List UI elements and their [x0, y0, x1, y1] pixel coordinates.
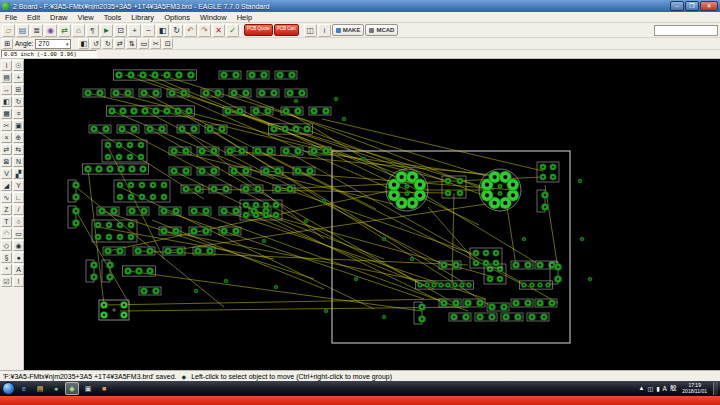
taskbar-item-browser[interactable]: e: [17, 382, 31, 395]
run-ulp-icon[interactable]: ►: [100, 24, 113, 37]
zoom-fit-icon[interactable]: ⊡: [114, 24, 127, 37]
tool-mirror[interactable]: ◧: [1, 96, 12, 107]
open-icon[interactable]: ▱: [2, 24, 15, 37]
tool-rect[interactable]: ▭: [13, 228, 24, 239]
tool-via[interactable]: ◉: [13, 240, 24, 251]
zoom-select-icon[interactable]: ◧: [156, 24, 169, 37]
hidden-icons[interactable]: ▲: [639, 385, 645, 392]
taskbar-item-editor[interactable]: ▣: [81, 382, 95, 395]
volume-icon[interactable]: ◫: [648, 385, 654, 392]
board-canvas-area[interactable]: [24, 59, 720, 370]
angle-combo[interactable]: 270 ▾: [35, 39, 71, 49]
taskbar-clock[interactable]: 17:19 2018/11/01: [679, 383, 710, 394]
tool-ratsnest[interactable]: *: [1, 264, 12, 275]
cam-processor-icon[interactable]: ◉: [44, 24, 57, 37]
info-icon[interactable]: i: [318, 24, 331, 37]
taskbar-item-media[interactable]: ●: [49, 382, 63, 395]
fit-icon[interactable]: ⊡: [162, 38, 173, 49]
tool-wire[interactable]: /: [13, 204, 24, 215]
tool-signal[interactable]: §: [1, 252, 12, 263]
search-input[interactable]: [654, 25, 718, 36]
tool-rotate[interactable]: ↻: [13, 96, 24, 107]
tool-cut[interactable]: ✂: [1, 120, 12, 131]
swap-horizontal-icon[interactable]: ⇄: [114, 38, 125, 49]
tool-pinswap[interactable]: ⇄: [1, 144, 12, 155]
tool-show[interactable]: ☉: [13, 60, 24, 71]
tool-copy[interactable]: ⊞: [13, 84, 24, 95]
tool-split[interactable]: Y: [13, 180, 24, 191]
tool-route[interactable]: ∟: [13, 192, 24, 203]
ime-conversion-indicator[interactable]: 般: [670, 384, 677, 393]
tool-delete[interactable]: ×: [1, 132, 12, 143]
tool-group[interactable]: ▦: [1, 108, 12, 119]
element14-cart-button[interactable]: PCB Cart: [274, 24, 299, 36]
tool-name[interactable]: N: [13, 156, 24, 167]
tool-lock[interactable]: ⊠: [1, 156, 12, 167]
tool-text[interactable]: T: [1, 216, 12, 227]
tool-display[interactable]: ▤: [1, 72, 12, 83]
trim-icon[interactable]: ✂: [150, 38, 161, 49]
rect-mode-icon[interactable]: ▭: [138, 38, 149, 49]
zoom-out-icon[interactable]: −: [142, 24, 155, 37]
go-icon[interactable]: ✓: [226, 24, 239, 37]
tool-info[interactable]: i: [1, 60, 12, 71]
element14-quote-button[interactable]: PCB Quote: [244, 24, 273, 36]
redraw-icon[interactable]: ↻: [170, 24, 183, 37]
tool-replace[interactable]: ⇆: [13, 144, 24, 155]
menu-window[interactable]: Window: [195, 12, 232, 22]
show-desktop-button[interactable]: [713, 382, 718, 395]
tool-change[interactable]: ≡: [13, 108, 24, 119]
use-library-icon[interactable]: ⌂: [72, 24, 85, 37]
menu-edit[interactable]: Edit: [22, 12, 45, 22]
tool-drc[interactable]: ☑: [1, 276, 12, 287]
rotate-ccw-icon[interactable]: ↺: [90, 38, 101, 49]
undo-icon[interactable]: ↶: [184, 24, 197, 37]
start-button[interactable]: [2, 382, 15, 395]
ime-mode-indicator[interactable]: A: [663, 385, 667, 392]
grid-icon[interactable]: ⊞: [2, 38, 13, 49]
script-icon[interactable]: ¶: [86, 24, 99, 37]
stop-icon[interactable]: ✕: [212, 24, 225, 37]
tool-add[interactable]: ⊕: [13, 132, 24, 143]
tool-optimize[interactable]: ∿: [1, 192, 12, 203]
tool-errors[interactable]: !: [13, 276, 24, 287]
tool-mark[interactable]: +: [13, 72, 24, 83]
menu-file[interactable]: File: [0, 12, 22, 22]
taskbar-item-eagle[interactable]: ◆: [65, 382, 79, 395]
save-icon[interactable]: ▤: [16, 24, 29, 37]
redo-icon[interactable]: ↷: [198, 24, 211, 37]
zoom-in-icon[interactable]: +: [128, 24, 141, 37]
tool-polygon[interactable]: ◇: [1, 240, 12, 251]
menu-library[interactable]: Library: [126, 12, 159, 22]
tool-ripup[interactable]: Z: [1, 204, 12, 215]
minimize-button[interactable]: –: [670, 1, 684, 11]
swap-vertical-icon[interactable]: ⇅: [126, 38, 137, 49]
print-icon[interactable]: ≣: [30, 24, 43, 37]
tool-hole[interactable]: ●: [13, 252, 24, 263]
mcad-button[interactable]: MCAD: [365, 24, 398, 36]
tool-miter[interactable]: ◢: [1, 180, 12, 191]
menu-help[interactable]: Help: [232, 12, 257, 22]
pcb-canvas[interactable]: [24, 59, 720, 370]
tool-circle[interactable]: ○: [13, 216, 24, 227]
menu-draw[interactable]: Draw: [45, 12, 73, 22]
tool-auto[interactable]: A: [13, 264, 24, 275]
menu-tools[interactable]: Tools: [99, 12, 127, 22]
close-button[interactable]: ✕: [700, 1, 718, 11]
fab-icon[interactable]: ◫: [304, 24, 317, 37]
menu-options[interactable]: Options: [159, 12, 195, 22]
taskbar-item-mail[interactable]: ■: [97, 382, 111, 395]
maximize-button[interactable]: ❐: [685, 1, 699, 11]
tool-arc[interactable]: ◠: [1, 228, 12, 239]
tool-smash[interactable]: ▞: [13, 168, 24, 179]
tool-move[interactable]: ↔: [1, 84, 12, 95]
tool-paste[interactable]: ▣: [13, 120, 24, 131]
taskbar-item-explorer[interactable]: ▤: [33, 382, 47, 395]
mirror-icon[interactable]: ◧: [78, 38, 89, 49]
menu-view[interactable]: View: [73, 12, 99, 22]
tool-value[interactable]: V: [1, 168, 12, 179]
rotate-cw-icon[interactable]: ↻: [102, 38, 113, 49]
board-schematic-switch-icon[interactable]: ⇄: [58, 24, 71, 37]
make-button[interactable]: MAKE: [332, 24, 365, 36]
network-icon[interactable]: ▮: [656, 385, 659, 392]
